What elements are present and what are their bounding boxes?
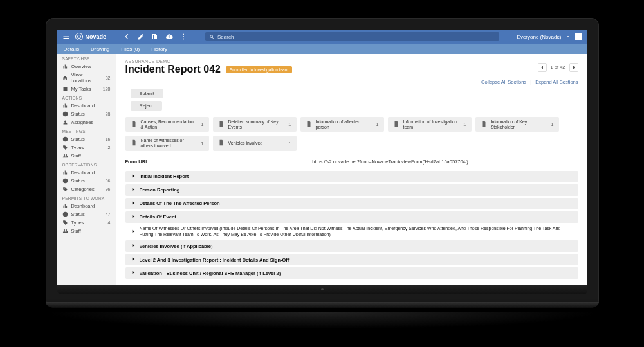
people-icon: [62, 153, 68, 159]
sidebar-item[interactable]: Categories96: [57, 185, 116, 193]
section-label: Level 2 And 3 Investigation Report : Inc…: [140, 257, 290, 263]
sidebar-item[interactable]: My Tasks120: [57, 85, 116, 93]
search-icon: [209, 34, 215, 40]
section-label: Vehicles Involved (If Applicable): [140, 244, 213, 249]
document-icon: [218, 139, 225, 147]
tag-icon: [62, 145, 68, 150]
expand-icon: [131, 256, 136, 263]
attachment-card[interactable]: Vehicles involved1: [213, 136, 297, 150]
chart-icon: [62, 64, 68, 69]
accordion-section[interactable]: Initial Incident Report: [125, 171, 578, 182]
tab-drawing[interactable]: Drawing: [91, 46, 109, 52]
section-label: Person Reporting: [140, 187, 180, 193]
sidebar-item[interactable]: Assignees: [57, 118, 116, 127]
section-label: Validation - Business Unit / Regional SH…: [140, 271, 281, 276]
search-placeholder: Search: [217, 34, 234, 40]
collapse-all-link[interactable]: Collapse All Sections: [481, 79, 526, 85]
status-badge: Submitted to Investigation team: [226, 66, 292, 73]
section-label: Initial Incident Report: [140, 174, 189, 179]
sidebar-item[interactable]: Status28: [57, 110, 116, 118]
attachment-card[interactable]: Information of Key Stakeholder1: [475, 117, 559, 132]
section-label: Name Of Witnesses Or Others Involved (In…: [140, 226, 573, 238]
brand-name: Novade: [86, 33, 107, 40]
sidebar-item[interactable]: Staff: [57, 227, 116, 235]
sidebar-section-title: MEETINGS: [57, 127, 116, 135]
accordion-section[interactable]: Name Of Witnesses Or Others Involved (In…: [125, 225, 578, 239]
more-icon[interactable]: [179, 33, 187, 40]
clock-icon: [62, 211, 68, 217]
expand-icon: [131, 200, 136, 207]
sidebar-item[interactable]: Staff: [57, 152, 116, 160]
expand-icon: [131, 243, 136, 249]
workflow-actions: Submit Reject: [131, 89, 578, 111]
sidebar-item-label: Types: [71, 220, 84, 226]
sidebar-item[interactable]: Status47: [57, 210, 116, 218]
sidebar-item[interactable]: Status16: [57, 135, 116, 143]
page-title: Incident Report 042 Submitted to Investi…: [125, 64, 293, 75]
sidebar-item-label: Types: [71, 145, 84, 150]
reject-button[interactable]: Reject: [131, 101, 162, 111]
sidebar-item-count: 47: [106, 212, 111, 217]
attachment-card[interactable]: Information of affected person1: [300, 117, 384, 132]
document-icon: [393, 121, 400, 129]
sidebar-item[interactable]: Dashboard: [57, 202, 116, 210]
sidebar-item[interactable]: Overview: [57, 62, 116, 71]
app-viewport: Novade Search Everyone (Novade): [57, 30, 587, 285]
sub-tabs: Details Drawing Files (0) History: [57, 44, 587, 54]
accordion-section[interactable]: Person Reporting: [125, 184, 578, 196]
laptop-hinge: [46, 302, 599, 308]
card-label: Detailed summary of Key Events: [228, 120, 285, 129]
breadcrumb: ASSURANCE DEMO: [125, 59, 293, 64]
cloud-upload-icon[interactable]: [165, 33, 173, 40]
expand-icon: [131, 270, 136, 276]
tab-history[interactable]: History: [151, 46, 167, 52]
next-button[interactable]: [569, 63, 578, 72]
sidebar-item-label: Dashboard: [71, 170, 95, 175]
card-label: Information of Key Stakeholder: [491, 120, 547, 129]
submit-button[interactable]: Submit: [131, 89, 163, 98]
attachment-card[interactable]: Detailed summary of Key Events1: [213, 117, 297, 132]
accordion-section[interactable]: Validation - Business Unit / Regional SH…: [125, 267, 578, 279]
attachment-card[interactable]: Name of witnesses or others involved1: [125, 136, 209, 150]
caret-down-icon: [566, 34, 571, 39]
accordion-section[interactable]: Details Of The The Affected Person: [125, 198, 578, 209]
section-label: Details Of The The Affected Person: [140, 200, 220, 206]
sidebar-item[interactable]: Types4: [57, 218, 116, 227]
sidebar: SAFETY-HSEOverviewMinor Locations82My Ta…: [57, 54, 116, 285]
clock-icon: [62, 136, 68, 142]
card-label: Name of witnesses or others involved: [141, 138, 198, 148]
attachment-card[interactable]: Causes, Recommendation & Action1: [125, 117, 209, 132]
sidebar-item-count: 4: [108, 220, 111, 225]
sidebar-item-label: Overview: [71, 64, 91, 69]
sidebar-item-count: 28: [106, 112, 111, 116]
app-launcher-icon[interactable]: [575, 33, 582, 40]
copy-icon[interactable]: [151, 33, 159, 40]
search-input[interactable]: Search: [205, 32, 499, 41]
top-bar: Novade Search Everyone (Novade): [57, 30, 587, 44]
sidebar-item[interactable]: Dashboard: [57, 168, 116, 177]
edit-icon[interactable]: [137, 33, 145, 40]
expand-all-link[interactable]: Expand All Sections: [535, 79, 578, 85]
user-label: Everyone (Novade): [517, 34, 562, 40]
sidebar-section-title: OBSERVATIONS: [57, 160, 116, 168]
prev-button[interactable]: [538, 63, 547, 72]
attachment-card[interactable]: Information of Investigation team1: [388, 117, 472, 132]
menu-icon[interactable]: [62, 33, 70, 40]
sidebar-item-label: Status: [71, 136, 85, 142]
back-icon[interactable]: [123, 33, 131, 40]
tag-icon: [62, 186, 68, 192]
tab-files[interactable]: Files (0): [121, 46, 140, 52]
accordion-section[interactable]: Vehicles Involved (If Applicable): [125, 240, 578, 252]
brand[interactable]: Novade: [75, 33, 107, 40]
user-menu[interactable]: Everyone (Novade): [517, 33, 582, 40]
sidebar-item[interactable]: Dashboard: [57, 102, 116, 110]
card-count: 1: [376, 121, 378, 127]
tab-details[interactable]: Details: [64, 46, 79, 52]
sidebar-item[interactable]: Status96: [57, 177, 116, 185]
brand-logo-icon: [75, 33, 83, 40]
sidebar-item[interactable]: Minor Locations82: [57, 71, 116, 85]
accordion-section[interactable]: Details Of Event: [125, 211, 578, 223]
sidebar-item-count: 2: [108, 145, 111, 150]
sidebar-item[interactable]: Types2: [57, 143, 116, 152]
accordion-section[interactable]: Level 2 And 3 Investigation Report : Inc…: [125, 254, 578, 265]
